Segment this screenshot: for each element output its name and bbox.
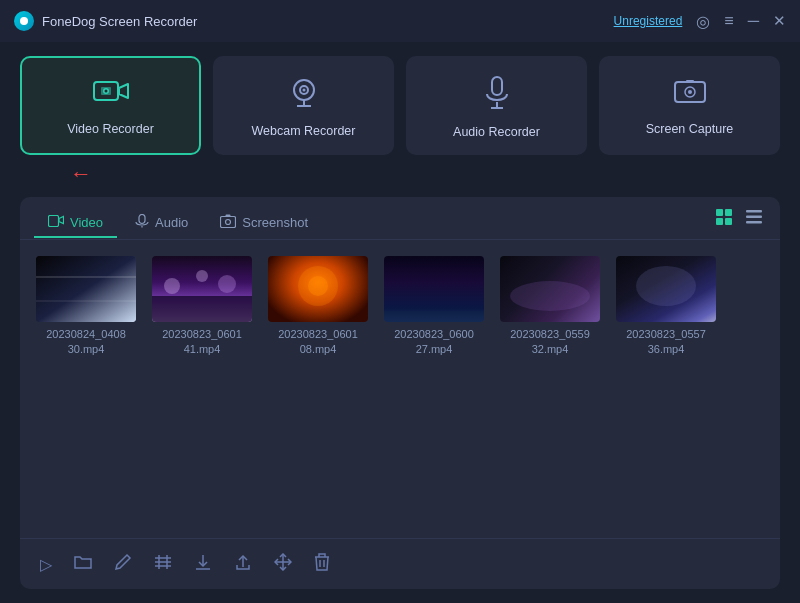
logo-inner bbox=[20, 17, 28, 25]
svg-rect-29 bbox=[746, 216, 762, 219]
svg-point-39 bbox=[308, 276, 328, 296]
svg-rect-25 bbox=[725, 209, 732, 216]
tab-audio[interactable]: Audio bbox=[121, 208, 202, 239]
menu-icon[interactable]: ≡ bbox=[724, 12, 733, 30]
mode-cards-container: Video Recorder Webcam Recorder bbox=[20, 56, 780, 155]
svg-rect-32 bbox=[36, 276, 136, 278]
file-thumbnail bbox=[152, 256, 252, 322]
tab-video[interactable]: Video bbox=[34, 208, 117, 238]
svg-rect-37 bbox=[152, 296, 252, 322]
grid-view-button[interactable] bbox=[712, 207, 736, 231]
file-thumbnail bbox=[500, 256, 600, 322]
move-button[interactable] bbox=[270, 549, 296, 579]
red-arrow-icon: ← bbox=[70, 161, 92, 187]
audio-tab-label: Audio bbox=[155, 215, 188, 230]
file-item[interactable]: 20230823_055932.mp4 bbox=[500, 256, 600, 522]
titlebar: FoneDog Screen Recorder Unregistered ◎ ≡… bbox=[0, 0, 800, 42]
svg-rect-16 bbox=[686, 80, 694, 83]
svg-point-34 bbox=[164, 278, 180, 294]
arrow-container: ← bbox=[20, 165, 780, 183]
screen-capture-icon bbox=[674, 79, 706, 112]
file-name: 20230823_060027.mp4 bbox=[394, 327, 474, 358]
svg-point-3 bbox=[104, 90, 107, 93]
svg-rect-26 bbox=[716, 218, 723, 225]
svg-point-36 bbox=[218, 275, 236, 293]
clip-button[interactable] bbox=[150, 550, 176, 578]
bottom-toolbar: ▷ bbox=[20, 538, 780, 589]
app-logo bbox=[14, 11, 34, 31]
audio-recorder-icon bbox=[485, 76, 509, 115]
video-tab-label: Video bbox=[70, 215, 103, 230]
svg-rect-33 bbox=[36, 300, 136, 302]
share-button[interactable] bbox=[230, 549, 256, 579]
file-name: 20230824_040830.mp4 bbox=[46, 327, 126, 358]
file-item[interactable]: 20230824_040830.mp4 bbox=[36, 256, 136, 522]
main-content: Video Recorder Webcam Recorder bbox=[0, 42, 800, 603]
tab-screenshot[interactable]: Screenshot bbox=[206, 208, 322, 239]
view-controls bbox=[712, 207, 766, 239]
svg-rect-24 bbox=[716, 209, 723, 216]
file-thumbnail bbox=[384, 256, 484, 322]
list-view-button[interactable] bbox=[742, 208, 766, 230]
webcam-recorder-icon bbox=[289, 77, 319, 114]
video-recorder-icon bbox=[93, 79, 129, 112]
file-item[interactable]: 20230823_060027.mp4 bbox=[384, 256, 484, 522]
mode-card-webcam-recorder[interactable]: Webcam Recorder bbox=[213, 56, 394, 155]
audio-tab-icon bbox=[135, 214, 149, 231]
svg-marker-4 bbox=[119, 84, 128, 98]
close-icon[interactable]: ✕ bbox=[773, 12, 786, 30]
file-name: 20230823_055736.mp4 bbox=[626, 327, 706, 358]
svg-rect-28 bbox=[746, 210, 762, 213]
app-title: FoneDog Screen Recorder bbox=[42, 14, 614, 29]
file-name: 20230823_060141.mp4 bbox=[162, 327, 242, 358]
svg-point-42 bbox=[636, 266, 696, 306]
mode-card-audio-recorder[interactable]: Audio Recorder bbox=[406, 56, 587, 155]
screen-capture-label: Screen Capture bbox=[646, 122, 734, 136]
svg-point-7 bbox=[302, 89, 305, 92]
screenshot-tab-label: Screenshot bbox=[242, 215, 308, 230]
file-thumbnail bbox=[268, 256, 368, 322]
screenshot-tab-icon bbox=[220, 214, 236, 231]
edit-button[interactable] bbox=[110, 549, 136, 579]
webcam-recorder-label: Webcam Recorder bbox=[252, 124, 356, 138]
minimize-icon[interactable]: ─ bbox=[748, 12, 759, 30]
svg-point-22 bbox=[226, 219, 231, 224]
svg-rect-21 bbox=[221, 216, 236, 227]
svg-rect-17 bbox=[49, 216, 59, 227]
file-name: 20230823_055932.mp4 bbox=[510, 327, 590, 358]
svg-point-15 bbox=[688, 90, 692, 94]
file-panel: Video Audio bbox=[20, 197, 780, 589]
file-grid: 20230824_040830.mp4 20230823_060141.mp4 bbox=[20, 240, 780, 538]
file-panel-tabs: Video Audio bbox=[20, 197, 780, 240]
unregistered-link[interactable]: Unregistered bbox=[614, 14, 683, 28]
target-icon[interactable]: ◎ bbox=[696, 12, 710, 31]
svg-rect-40 bbox=[384, 311, 484, 322]
svg-marker-18 bbox=[59, 217, 64, 224]
delete-button[interactable] bbox=[310, 549, 334, 579]
file-thumbnail bbox=[616, 256, 716, 322]
svg-rect-27 bbox=[725, 218, 732, 225]
svg-rect-10 bbox=[492, 77, 502, 95]
video-recorder-label: Video Recorder bbox=[67, 122, 154, 136]
mode-card-screen-capture[interactable]: Screen Capture bbox=[599, 56, 780, 155]
svg-point-35 bbox=[196, 270, 208, 282]
export-button[interactable] bbox=[190, 549, 216, 579]
video-tab-icon bbox=[48, 214, 64, 230]
file-item[interactable]: 20230823_060108.mp4 bbox=[268, 256, 368, 522]
file-thumbnail bbox=[36, 256, 136, 322]
window-controls: Unregistered ◎ ≡ ─ ✕ bbox=[614, 12, 786, 31]
svg-rect-23 bbox=[226, 214, 231, 217]
svg-rect-30 bbox=[746, 221, 762, 224]
file-name: 20230823_060108.mp4 bbox=[278, 327, 358, 358]
file-item[interactable]: 20230823_060141.mp4 bbox=[152, 256, 252, 522]
svg-rect-19 bbox=[139, 214, 145, 223]
svg-point-41 bbox=[510, 281, 590, 311]
svg-rect-31 bbox=[36, 256, 136, 322]
folder-button[interactable] bbox=[70, 550, 96, 578]
play-button[interactable]: ▷ bbox=[36, 551, 56, 578]
mode-card-video-recorder[interactable]: Video Recorder bbox=[20, 56, 201, 155]
audio-recorder-label: Audio Recorder bbox=[453, 125, 540, 139]
file-item[interactable]: 20230823_055736.mp4 bbox=[616, 256, 716, 522]
